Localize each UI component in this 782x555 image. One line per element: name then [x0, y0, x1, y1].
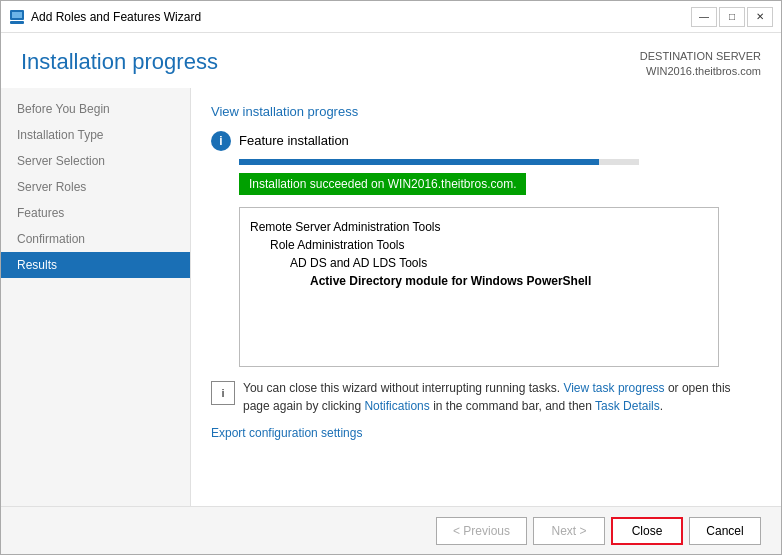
- notice-icon: i: [211, 381, 235, 405]
- notice-text-4: .: [660, 399, 663, 413]
- content-area: Before You Begin Installation Type Serve…: [1, 88, 781, 506]
- view-task-progress-link[interactable]: View task progress: [563, 381, 664, 395]
- wizard-window: Add Roles and Features Wizard — □ ✕ Inst…: [0, 0, 782, 555]
- title-bar: Add Roles and Features Wizard — □ ✕: [1, 1, 781, 33]
- installation-tree: Remote Server Administration Tools Role …: [239, 207, 719, 367]
- destination-info: DESTINATION SERVER WIN2016.theitbros.com: [640, 49, 761, 80]
- notice-row: i You can close this wizard without inte…: [211, 379, 731, 415]
- notice-text: You can close this wizard without interr…: [243, 379, 731, 415]
- close-button[interactable]: Close: [611, 517, 683, 545]
- app-icon: [9, 9, 25, 25]
- sidebar-item-installation-type[interactable]: Installation Type: [1, 122, 190, 148]
- export-configuration-link[interactable]: Export configuration settings: [211, 426, 362, 440]
- main-content: View installation progress i Feature ins…: [191, 88, 781, 506]
- destination-server: WIN2016.theitbros.com: [640, 64, 761, 79]
- svg-rect-2: [10, 21, 24, 24]
- window-close-button[interactable]: ✕: [747, 7, 773, 27]
- sidebar-item-results[interactable]: Results: [1, 252, 190, 278]
- sidebar-item-features[interactable]: Features: [1, 200, 190, 226]
- cancel-button[interactable]: Cancel: [689, 517, 761, 545]
- progress-bar-container: [239, 159, 639, 165]
- notice-text-3: in the command bar, and then: [430, 399, 595, 413]
- tree-item-1: Role Administration Tools: [250, 236, 708, 254]
- sidebar-item-confirmation[interactable]: Confirmation: [1, 226, 190, 252]
- sidebar-item-server-roles[interactable]: Server Roles: [1, 174, 190, 200]
- tree-item-0: Remote Server Administration Tools: [250, 218, 708, 236]
- minimize-button[interactable]: —: [691, 7, 717, 27]
- task-details-link[interactable]: Task Details: [595, 399, 660, 413]
- tree-item-2: AD DS and AD LDS Tools: [250, 254, 708, 272]
- notice-text-1: You can close this wizard without interr…: [243, 381, 563, 395]
- previous-button[interactable]: < Previous: [436, 517, 527, 545]
- info-icon: i: [211, 131, 231, 151]
- next-button[interactable]: Next >: [533, 517, 605, 545]
- feature-installation-row: i Feature installation: [211, 131, 761, 151]
- progress-bar-fill: [239, 159, 599, 165]
- page-title: Installation progress: [21, 49, 218, 75]
- destination-label: DESTINATION SERVER: [640, 49, 761, 64]
- sidebar-item-server-selection[interactable]: Server Selection: [1, 148, 190, 174]
- success-banner: Installation succeeded on WIN2016.theitb…: [239, 173, 526, 195]
- sidebar: Before You Begin Installation Type Serve…: [1, 88, 191, 506]
- tree-item-3: Active Directory module for Windows Powe…: [250, 272, 708, 290]
- wizard-footer: < Previous Next > Close Cancel: [1, 506, 781, 554]
- wizard-header: Installation progress DESTINATION SERVER…: [1, 33, 781, 88]
- maximize-button[interactable]: □: [719, 7, 745, 27]
- svg-rect-1: [12, 12, 22, 18]
- section-title: View installation progress: [211, 104, 761, 119]
- feature-installation-label: Feature installation: [239, 133, 349, 148]
- window-title: Add Roles and Features Wizard: [31, 10, 691, 24]
- window-controls: — □ ✕: [691, 7, 773, 27]
- notifications-link[interactable]: Notifications: [364, 399, 429, 413]
- sidebar-item-before-you-begin[interactable]: Before You Begin: [1, 96, 190, 122]
